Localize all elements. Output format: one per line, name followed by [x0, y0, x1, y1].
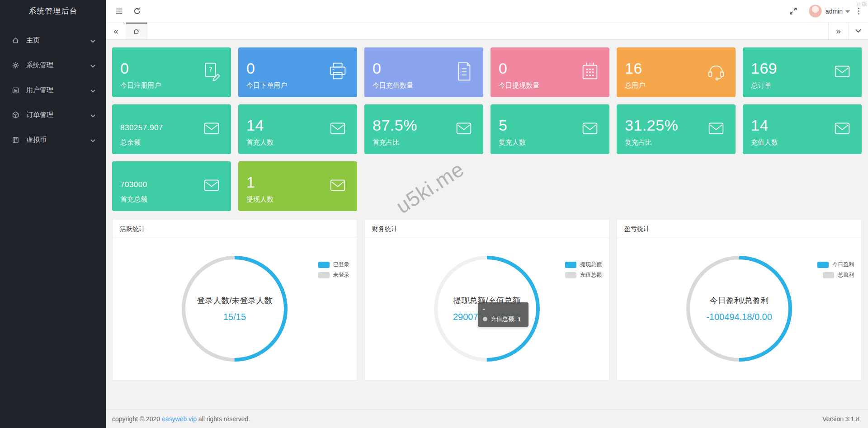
top-header: admin [106, 0, 868, 22]
panel-active-stats: 活跃统计 已登录 未登录 [112, 219, 357, 381]
donut-center: 今日盈利/总盈利 -100494.18/0.00 [685, 254, 793, 363]
stat-card-total-balance: 830257.907 总余额 [112, 104, 231, 154]
home-icon [132, 28, 140, 35]
calendar-icon [580, 61, 600, 84]
stat-card-first-recharge-total: 703000 首充总额 [112, 161, 231, 211]
envelope-icon [832, 61, 853, 84]
tab-bar: « » [106, 22, 868, 40]
user-avatar[interactable] [809, 5, 822, 18]
envelope-icon [201, 175, 222, 198]
stat-card-repeat-recharge-ratio: 31.25% 复充占比 [617, 104, 736, 154]
stat-card-total-orders: 169 总订单 [743, 47, 862, 97]
refresh-icon[interactable] [128, 0, 146, 22]
chart-legend: 已登录 未登录 [318, 261, 349, 282]
sidebar-item-label: 订单管理 [26, 111, 53, 119]
footer: copyright © 2020 easyweb.vip all rights … [106, 409, 868, 428]
panel-body: 提现总额 充值总额 [365, 254, 609, 397]
stat-card-repeat-recharge-users: 5 复充人数 [491, 104, 609, 154]
legend-swatch [318, 262, 330, 268]
envelope-icon [453, 118, 474, 141]
stat-card-withdraw-today: 0 今日提现数量 [491, 47, 609, 97]
book-icon [12, 136, 19, 144]
gear-icon [12, 61, 19, 69]
tab-bar-right: » [828, 23, 868, 39]
envelope-icon [706, 118, 726, 141]
sidebar-item-home[interactable]: 主页 [0, 28, 106, 53]
stat-card-first-recharge-ratio: 87.5% 首充占比 [364, 104, 483, 154]
envelope-icon [580, 118, 600, 141]
stat-card-total-users: 16 总用户 [617, 47, 736, 97]
app-window: 系统管理后台 主页 系统管理 用户管理 订单管理 [0, 0, 868, 428]
panel-title: 财务统计 [365, 220, 609, 238]
easyweb-link[interactable]: easyweb.vip [162, 415, 197, 423]
legend-item[interactable]: 提现总额 [565, 261, 602, 268]
stat-cards-grid: 0 今日注册用户 ? 0 今日下单用户 0 今日充值数量 [112, 47, 862, 211]
stat-card-recharge-users: 14 充值人数 [743, 104, 862, 154]
caret-down-icon[interactable] [845, 10, 850, 13]
corner-watermark: 正版 [856, 0, 867, 8]
id-card-icon [12, 86, 19, 94]
home-icon [12, 37, 19, 44]
copyright-text: copyright © 2020 easyweb.vip all rights … [112, 415, 250, 423]
sidebar-item-system[interactable]: 系统管理 [0, 53, 106, 78]
sidebar-item-crypto[interactable]: 虚拟币 [0, 127, 106, 152]
form-question-icon: ? [201, 61, 222, 84]
donut-chart: 今日盈利/总盈利 -100494.18/0.00 [685, 254, 793, 363]
legend-item[interactable]: 充值总额 [565, 271, 602, 279]
envelope-icon [327, 175, 348, 198]
sidebar-item-label: 用户管理 [26, 86, 53, 94]
legend-swatch [817, 262, 829, 268]
stat-card-first-recharge-users: 14 首充人数 [238, 104, 357, 154]
sidebar-item-label: 系统管理 [26, 61, 53, 70]
header-right: admin [784, 0, 865, 22]
tooltip-series-label: 充值总额: [491, 315, 516, 323]
tabs-scroll-left-icon[interactable]: « [106, 23, 126, 39]
donut-chart: 登录人数/未登录人数 15/15 [180, 254, 289, 363]
collapse-menu-icon[interactable] [110, 0, 128, 22]
sidebar-menu: 主页 系统管理 用户管理 订单管理 虚拟币 [0, 28, 106, 152]
panel-title: 盈亏统计 [617, 220, 861, 238]
chevron-down-icon [90, 136, 95, 144]
tabs-scroll-right-icon[interactable]: » [828, 23, 848, 39]
legend-item[interactable]: 今日盈利 [817, 261, 854, 268]
chevron-down-icon [90, 111, 95, 119]
printer-icon [327, 61, 348, 84]
panel-title: 活跃统计 [113, 220, 357, 238]
chart-legend: 今日盈利 总盈利 [817, 261, 854, 282]
stat-card-registered-today: 0 今日注册用户 ? [112, 47, 231, 97]
legend-item[interactable]: 未登录 [318, 271, 349, 279]
sidebar: 系统管理后台 主页 系统管理 用户管理 订单管理 [0, 0, 106, 428]
legend-item[interactable]: 总盈利 [817, 271, 854, 279]
chart-panels: 活跃统计 已登录 未登录 [112, 219, 862, 381]
legend-item[interactable]: 已登录 [318, 261, 349, 268]
stat-card-recharge-today: 0 今日充值数量 [364, 47, 483, 97]
fullscreen-icon[interactable] [784, 0, 802, 22]
dashboard-content: 0 今日注册用户 ? 0 今日下单用户 0 今日充值数量 [106, 40, 868, 428]
legend-swatch [823, 272, 834, 278]
sidebar-item-label: 虚拟币 [26, 136, 47, 144]
version-text: Version 3.1.8 [822, 415, 859, 423]
username[interactable]: admin [826, 8, 843, 15]
tabs-menu-icon[interactable] [848, 23, 868, 39]
sidebar-item-orders[interactable]: 订单管理 [0, 103, 106, 127]
sidebar-item-users[interactable]: 用户管理 [0, 78, 106, 103]
legend-swatch [565, 262, 576, 268]
panel-body: 今日盈利 总盈利 [617, 254, 861, 397]
panel-profit-stats: 盈亏统计 今日盈利 总盈利 [617, 219, 862, 381]
legend-swatch [565, 272, 576, 278]
tab-home[interactable] [126, 23, 147, 39]
chevron-down-icon [90, 61, 95, 69]
panel-finance-stats: 财务统计 提现总额 充值总额 [364, 219, 609, 381]
donut-center: 登录人数/未登录人数 15/15 [180, 254, 289, 363]
chart-legend: 提现总额 充值总额 [565, 261, 602, 282]
stat-card-orders-today: 0 今日下单用户 [238, 47, 357, 97]
envelope-icon [832, 118, 853, 141]
tooltip-series-dot [483, 317, 487, 321]
legend-swatch [318, 272, 330, 278]
tooltip-series-value: 1 [518, 316, 521, 323]
envelope-icon [201, 118, 222, 141]
headset-icon [706, 61, 726, 84]
main-area: admin 正版 « » 0 今日注册用户 [106, 0, 868, 428]
svg-text:?: ? [209, 66, 212, 74]
chevron-down-icon [90, 86, 95, 94]
